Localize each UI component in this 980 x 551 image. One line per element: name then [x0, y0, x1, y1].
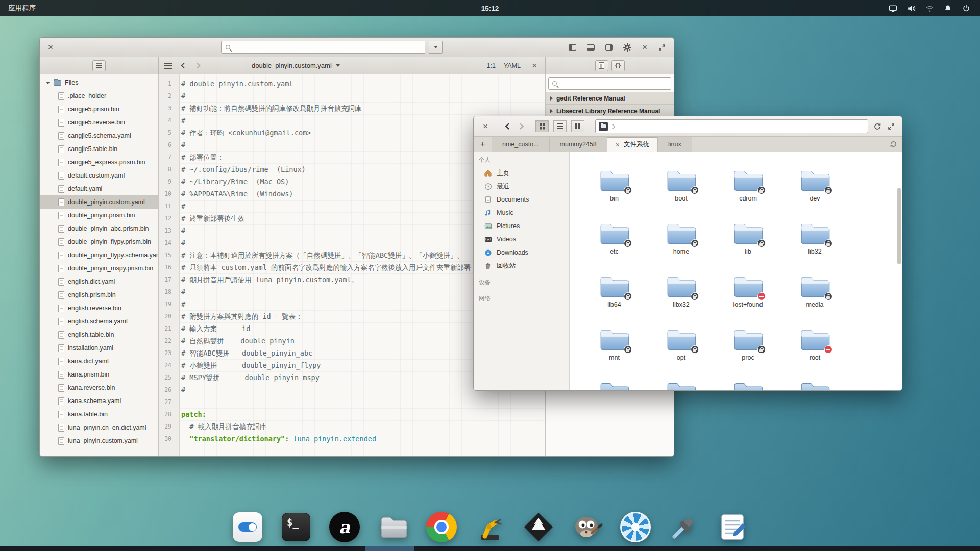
folder-item[interactable]: bin [581, 168, 648, 221]
file-tree-item[interactable]: double_pinyin_mspy.prism.bin [40, 262, 158, 275]
dock-file-manager[interactable] [376, 510, 410, 544]
applications-menu[interactable]: 应用程序 [0, 0, 44, 16]
folder-item[interactable]: etc [581, 221, 648, 274]
tab-history-icon[interactable] [885, 137, 902, 152]
dock-settings-toggle[interactable] [231, 510, 264, 544]
folder-item[interactable] [715, 381, 781, 390]
forward-button[interactable] [517, 122, 526, 131]
fullscreen-icon[interactable] [655, 41, 669, 54]
file-tree-item[interactable]: english.prism.bin [40, 288, 158, 302]
clock[interactable]: 15:12 [481, 5, 499, 12]
folder-item[interactable]: lib32 [781, 221, 848, 274]
section-devices[interactable]: 设备 [474, 276, 569, 289]
folder-item[interactable]: root [781, 328, 848, 381]
sidebar-item-pictures[interactable]: Pictures [474, 219, 569, 233]
icon-view-button[interactable] [535, 120, 549, 132]
folder-item[interactable] [781, 381, 848, 390]
dock-notes-editor[interactable] [716, 510, 749, 544]
panel-mode-button[interactable] [92, 60, 106, 71]
expander-icon[interactable] [550, 96, 553, 101]
hamburger-menu-icon[interactable] [164, 63, 172, 69]
language-mode[interactable]: YAML [504, 62, 521, 69]
right-panel-toggle[interactable] [602, 41, 616, 54]
notifications-icon[interactable] [943, 4, 952, 13]
file-tree-item[interactable]: cangjie5_express.prism.bin [40, 156, 158, 169]
folder-item[interactable]: opt [648, 328, 715, 381]
path-bar[interactable] [595, 119, 868, 133]
window-close-button[interactable]: × [480, 121, 491, 132]
dock-gimp[interactable] [570, 510, 604, 544]
file-tree-item[interactable]: kana.dict.yaml [40, 355, 158, 368]
volume-icon[interactable] [906, 4, 916, 13]
dock-inkscape[interactable] [522, 510, 555, 544]
sidebar-item-downloads[interactable]: Downloads [474, 246, 569, 259]
folder-item[interactable]: lost+found [715, 274, 781, 328]
close-document-button[interactable]: × [529, 60, 540, 71]
scrollbar[interactable] [897, 188, 901, 264]
devhelp-book-button[interactable] [595, 60, 608, 71]
cursor-position[interactable]: 1:1 [486, 62, 495, 69]
expander-icon[interactable] [46, 82, 50, 84]
folder-item[interactable] [648, 381, 715, 390]
folder-item[interactable]: libx32 [648, 274, 715, 328]
tab-rime-custom[interactable]: rime_custo... [492, 137, 550, 152]
file-tree-item[interactable]: double_pinyin.prism.bin [40, 209, 158, 222]
tab-linux[interactable]: linux [658, 137, 692, 152]
folder-item[interactable]: mnt [581, 328, 648, 381]
folder-item[interactable]: dev [781, 168, 848, 221]
section-network[interactable]: 网络 [474, 292, 569, 305]
file-tree-item[interactable]: english.reverse.bin [40, 302, 158, 315]
file-tree-item[interactable]: english.table.bin [40, 328, 158, 341]
file-tree-item[interactable]: double_pinyin_flypy.prism.bin [40, 235, 158, 248]
tab-mummy2458[interactable]: mummy2458 [550, 137, 607, 152]
file-tree-item[interactable]: cangjie5.table.bin [40, 142, 158, 156]
maximize-icon[interactable] [887, 122, 896, 131]
sidebar-item-home[interactable]: 主页 [474, 166, 569, 180]
dock-terminal[interactable] [279, 510, 313, 544]
file-tree-item[interactable]: .place_holder [40, 89, 158, 103]
file-tree-item[interactable]: installation.yaml [40, 341, 158, 355]
file-tree-root[interactable]: Files [40, 76, 158, 89]
file-tree-item[interactable]: double_pinyin_abc.prism.bin [40, 222, 158, 235]
sidebar-item-trash[interactable]: 回收站 [474, 259, 569, 272]
file-tree-item[interactable]: double_pinyin.custom.yaml [40, 195, 158, 209]
file-tree-item[interactable]: cangjie5.reverse.bin [40, 116, 158, 129]
file-tree-item[interactable]: luna_pinyin.cn_en.dict.yaml [40, 421, 158, 434]
refresh-button[interactable] [873, 122, 882, 131]
file-tree-item[interactable]: english.schema.yaml [40, 315, 158, 328]
display-icon[interactable] [888, 4, 897, 13]
sidebar-item-documents[interactable]: Documents [474, 193, 569, 206]
new-tab-button[interactable]: + [474, 137, 492, 152]
file-tree-item[interactable]: kana.prism.bin [40, 368, 158, 381]
dock-photo-swirl[interactable] [619, 510, 652, 544]
forward-button[interactable] [193, 61, 203, 70]
file-tree-item[interactable]: kana.reverse.bin [40, 381, 158, 394]
devhelp-search-input[interactable] [548, 77, 671, 90]
devhelp-symbols-button[interactable]: {} [611, 60, 625, 71]
wifi-icon[interactable] [925, 4, 934, 13]
window-close-button[interactable]: × [45, 42, 56, 53]
folder-item[interactable]: proc [715, 328, 781, 381]
sidebar-item-videos[interactable]: Videos [474, 233, 569, 246]
file-tree-item[interactable]: luna_pinyin.custom.yaml [40, 434, 158, 447]
folder-item[interactable]: cdrom [715, 168, 781, 221]
bottom-panel-toggle[interactable] [584, 41, 597, 54]
dock-chrome[interactable] [425, 510, 458, 544]
dock-albert-launcher[interactable] [328, 510, 361, 544]
folder-item[interactable] [581, 381, 648, 390]
power-icon[interactable] [962, 4, 971, 13]
folder-item[interactable]: lib64 [581, 274, 648, 328]
devhelp-book-item[interactable]: gedit Reference Manual [546, 92, 674, 105]
dock-color-picker[interactable] [667, 510, 701, 544]
file-tree-item[interactable]: english.dict.yaml [40, 275, 158, 288]
tab-close-button[interactable]: × [616, 141, 620, 148]
sidebar-item-recent[interactable]: 最近 [474, 180, 569, 193]
tab-filesystem-active[interactable]: × 文件系统 [607, 137, 658, 152]
file-tree-item[interactable]: default.yaml [40, 182, 158, 195]
side-panel-toggle[interactable] [566, 41, 579, 54]
back-button[interactable] [178, 61, 187, 70]
file-tree-item[interactable]: kana.schema.yaml [40, 394, 158, 408]
search-dropdown-button[interactable] [429, 41, 443, 54]
dock-robot-arm[interactable] [473, 510, 507, 544]
file-tree-item[interactable]: kana.table.bin [40, 408, 158, 421]
